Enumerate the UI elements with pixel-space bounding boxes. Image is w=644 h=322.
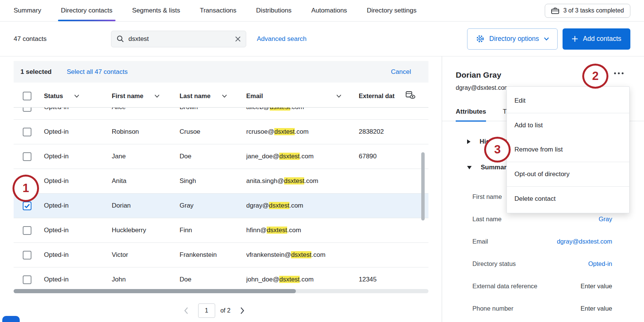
advanced-search-link[interactable]: Advanced search — [257, 35, 306, 43]
annotation-callout-2: 2 — [582, 64, 608, 89]
row-checkbox[interactable] — [23, 251, 31, 259]
nav-tab-directory-settings[interactable]: Directory settings — [367, 0, 416, 21]
nav-tab-automations[interactable]: Automations — [311, 0, 347, 21]
search-highlight: dsxtest — [279, 153, 300, 160]
cell-external-data: 67890 — [359, 153, 428, 160]
table-row[interactable]: Opted-inVictorFrankensteinvfrankenstein@… — [14, 243, 428, 267]
column-visibility-icon[interactable] — [405, 91, 416, 101]
column-header-status[interactable]: Status — [44, 92, 112, 100]
next-page-icon[interactable] — [240, 307, 244, 314]
row-checkbox[interactable] — [23, 108, 31, 112]
field-row: Emaildgray@dsxtest.com — [472, 230, 612, 253]
row-checkbox[interactable] — [23, 202, 31, 210]
table-row[interactable]: Opted-inHuckleberryFinnhfinn@dsxtest.com — [14, 218, 428, 243]
cell-first-name: Dorian — [112, 202, 180, 209]
cell-last-name: Finn — [180, 227, 246, 234]
cell-first-name: Jane — [112, 153, 180, 160]
directory-options-button[interactable]: Directory options — [467, 28, 558, 50]
horizontal-scrollbar-thumb[interactable] — [14, 289, 296, 293]
cell-status: Opted-in — [44, 202, 112, 209]
menu-group: Opt-out of directory — [507, 162, 629, 186]
toolbar: 47 contacts Advanced search Directory op… — [0, 22, 644, 56]
row-checkbox[interactable] — [23, 275, 31, 284]
menu-item-opt-out-of-directory[interactable]: Opt-out of directory — [507, 162, 629, 186]
cell-first-name: Huckleberry — [112, 227, 180, 234]
checkbox-cell — [14, 202, 44, 210]
menu-item-edit[interactable]: Edit — [507, 89, 629, 113]
table-viewport: Opted-inAliceBrownaliceb@dsxtest.comOpte… — [14, 108, 428, 288]
cancel-link[interactable]: Cancel — [391, 68, 411, 76]
table-row[interactable]: Opted-inAliceBrownaliceb@dsxtest.com — [14, 108, 428, 120]
cell-email: dgray@dsxtest.com — [246, 202, 359, 209]
annotation-callout-3: 3 — [484, 137, 511, 163]
tasks-icon — [551, 7, 559, 14]
select-all-link[interactable]: Select all 47 contacts — [67, 68, 128, 76]
table-row[interactable]: Opted-inDorianGraydgray@dsxtest.com — [14, 194, 428, 218]
cell-first-name: Alice — [112, 108, 180, 111]
sort-chevron-icon[interactable] — [336, 94, 341, 98]
sort-chevron-icon[interactable] — [222, 94, 227, 98]
row-checkbox[interactable] — [23, 226, 31, 235]
tasks-completed-button[interactable]: 3 of 3 tasks completed — [545, 4, 630, 18]
menu-item-remove-from-list[interactable]: Remove from list — [507, 138, 629, 162]
search-input[interactable] — [128, 35, 231, 43]
field-row: Directory statusOpted-in — [472, 253, 612, 275]
section-summary-label: Summary — [481, 164, 510, 171]
cell-email: john_doe@dsxtest.com — [246, 276, 359, 283]
table-row[interactable]: Opted-inJaneDoejane_doe@dsxtest.com67890 — [14, 144, 428, 169]
cell-email: anita.singh@dsxtest.com — [246, 177, 359, 185]
vertical-scrollbar[interactable] — [421, 152, 425, 220]
field-row: External data referenceEnter value — [472, 275, 612, 297]
help-button[interactable] — [2, 316, 20, 322]
column-header-email[interactable]: Email — [246, 92, 359, 100]
cell-first-name: Victor — [112, 251, 180, 259]
directory-options-label: Directory options — [489, 35, 539, 43]
search-highlight: dsxtest — [274, 128, 295, 135]
cell-first-name: John — [112, 276, 180, 283]
field-label-phone-number: Phone number — [472, 305, 513, 312]
field-value-last-name[interactable]: Gray — [599, 216, 612, 223]
search-box[interactable] — [111, 31, 246, 47]
nav-tab-transactions[interactable]: Transactions — [200, 0, 236, 21]
horizontal-scrollbar[interactable] — [14, 289, 428, 293]
field-value-directory-status[interactable]: Opted-in — [588, 260, 612, 267]
sort-chevron-icon[interactable] — [74, 94, 79, 98]
row-checkbox[interactable] — [23, 128, 31, 136]
pagination: 1 of 2 — [0, 303, 428, 318]
panel-tab-attributes[interactable]: Attributes — [456, 108, 486, 121]
contacts-table: Status First name Last name Email — [14, 84, 428, 288]
table-row[interactable]: Opted-inAnitaSinghanita.singh@dsxtest.co… — [14, 169, 428, 194]
search-highlight: dsxtest — [284, 177, 305, 184]
checkbox-cell — [14, 226, 44, 235]
prev-page-icon[interactable] — [184, 307, 188, 314]
cell-last-name: Crusoe — [180, 128, 246, 136]
nav-tab-distributions[interactable]: Distributions — [256, 0, 292, 21]
nav-tab-directory-contacts[interactable]: Directory contacts — [61, 0, 113, 21]
row-checkbox[interactable] — [23, 152, 31, 161]
column-header-first-name[interactable]: First name — [112, 92, 180, 100]
menu-group: Edit — [507, 89, 629, 113]
search-highlight: dsxtest — [291, 251, 311, 258]
menu-item-add-to-list[interactable]: Add to list — [507, 113, 629, 138]
nav-tab-segments-lists[interactable]: Segments & lists — [132, 0, 180, 21]
table-row[interactable]: Opted-inRobinsonCrusoercrusoe@dsxtest.co… — [14, 120, 428, 144]
field-value-email[interactable]: dgray@dsxtest.com — [557, 238, 612, 245]
column-header-external-data[interactable]: External dat — [359, 92, 428, 100]
clear-search-icon[interactable] — [235, 36, 241, 42]
field-value-phone-number[interactable]: Enter value — [581, 305, 612, 312]
field-value-external-data-reference[interactable]: Enter value — [581, 283, 612, 290]
table-row[interactable]: Opted-inJohnDoejohn_doe@dsxtest.com12345 — [14, 267, 428, 288]
cell-last-name: Frankenstein — [180, 251, 246, 259]
add-contacts-button[interactable]: Add contacts — [563, 28, 630, 50]
current-page[interactable]: 1 — [198, 303, 215, 318]
menu-item-delete-contact[interactable]: Delete contact — [507, 187, 629, 211]
cell-first-name: Anita — [112, 177, 180, 185]
select-all-checkbox[interactable] — [23, 92, 31, 100]
nav-tab-summary[interactable]: Summary — [14, 0, 41, 21]
sort-chevron-icon[interactable] — [155, 94, 159, 98]
column-header-last-name[interactable]: Last name — [180, 92, 246, 100]
more-options-button[interactable] — [613, 71, 625, 76]
cell-status: Opted-in — [44, 153, 112, 160]
toolbar-actions: Directory options Add contacts — [467, 28, 630, 50]
cell-status: Opted-in — [44, 276, 112, 283]
